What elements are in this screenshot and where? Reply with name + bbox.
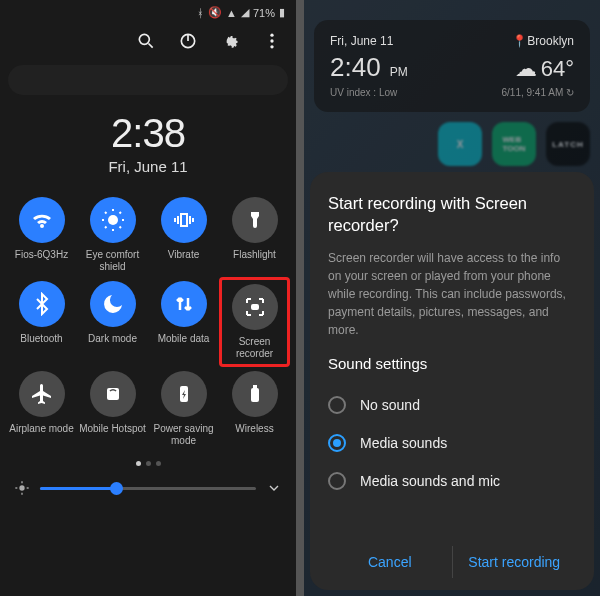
clock-block: 2:38 Fri, June 11 [0, 99, 296, 197]
svg-point-6 [270, 45, 273, 48]
radio-label: Media sounds and mic [360, 473, 500, 489]
radio-label: No sound [360, 397, 420, 413]
weather-ampm: PM [390, 65, 408, 79]
power-icon[interactable] [178, 31, 198, 51]
clock-date: Fri, June 11 [0, 158, 296, 175]
tile-label: Eye comfort shield [79, 249, 146, 273]
page-indicator [0, 447, 296, 472]
svg-line-1 [149, 44, 153, 48]
tile-wifi: Fios-6Q3Hz [8, 197, 75, 273]
tile-airplane: Airplane mode [8, 371, 75, 447]
app-icon: LATCH [546, 122, 590, 166]
powersave-icon[interactable] [161, 371, 207, 417]
brightness-row [0, 472, 296, 504]
svg-rect-19 [251, 388, 259, 402]
svg-point-0 [139, 34, 149, 44]
notification-placeholder [8, 65, 288, 95]
flashlight-icon[interactable] [232, 197, 278, 243]
wifi-status-icon: ▲ [226, 7, 237, 19]
eyecomfort-icon[interactable] [90, 197, 136, 243]
wireless-icon[interactable] [232, 371, 278, 417]
sound-option-none[interactable]: No sound [328, 386, 576, 424]
cloud-icon: ☁ [515, 56, 537, 82]
tile-wireless: Wireless [221, 371, 288, 447]
more-icon[interactable] [262, 31, 282, 51]
start-recording-button[interactable]: Start recording [453, 546, 577, 578]
hotspot-icon[interactable] [90, 371, 136, 417]
radio-icon [328, 396, 346, 414]
tile-label: Dark mode [88, 333, 137, 357]
svg-rect-20 [253, 385, 257, 388]
radio-label: Media sounds [360, 435, 447, 451]
svg-point-5 [270, 39, 273, 42]
sound-settings-title: Sound settings [328, 355, 576, 372]
brightness-icon [14, 480, 30, 496]
radio-icon [328, 434, 346, 452]
weather-temp: 64° [541, 56, 574, 82]
svg-rect-16 [252, 305, 258, 309]
airplane-icon[interactable] [19, 371, 65, 417]
weather-time: 2:40 [330, 52, 381, 82]
tile-label: Fios-6Q3Hz [15, 249, 68, 273]
vibrate-icon[interactable] [161, 197, 207, 243]
tile-mobiledata: Mobile data [150, 281, 217, 363]
search-icon[interactable] [136, 31, 156, 51]
tile-label: Airplane mode [9, 423, 73, 447]
mobiledata-icon[interactable] [161, 281, 207, 327]
dialog-title: Start recording with Screen recorder? [328, 192, 576, 237]
svg-point-4 [270, 34, 273, 37]
tile-label: Screen recorder [224, 336, 285, 360]
tile-label: Flashlight [233, 249, 276, 273]
weather-date: Fri, June 11 [330, 34, 393, 48]
top-action-row [0, 25, 296, 61]
wifi-icon[interactable] [19, 197, 65, 243]
page-dot [136, 461, 141, 466]
weather-location: Brooklyn [527, 34, 574, 48]
sound-option-mic[interactable]: Media sounds and mic [328, 462, 576, 500]
home-app-row: X WEBTOON LATCH [304, 120, 600, 178]
tile-vibrate: Vibrate [150, 197, 217, 273]
signal-status-icon: ◢ [241, 6, 249, 19]
dialog-body: Screen recorder will have access to the … [328, 249, 576, 339]
sound-options: No soundMedia soundsMedia sounds and mic [328, 386, 576, 500]
tile-label: Vibrate [168, 249, 200, 273]
cancel-button[interactable]: Cancel [328, 546, 452, 578]
tile-label: Power saving mode [150, 423, 217, 447]
svg-line-14 [105, 227, 107, 229]
battery-percent: 71% [253, 7, 275, 19]
tile-flashlight: Flashlight [221, 197, 288, 273]
darkmode-icon[interactable] [90, 281, 136, 327]
weather-uv: UV index : Low [330, 87, 397, 98]
svg-line-10 [105, 212, 107, 214]
tile-label: Wireless [235, 423, 273, 447]
tile-label: Mobile Hotspot [79, 423, 146, 447]
app-icon: WEBTOON [492, 122, 536, 166]
tile-darkmode: Dark mode [79, 281, 146, 363]
page-dot [156, 461, 161, 466]
svg-point-21 [19, 485, 24, 490]
svg-line-11 [119, 227, 121, 229]
brightness-slider[interactable] [40, 487, 256, 490]
tile-powersave: Power saving mode [150, 371, 217, 447]
tiles-grid: Fios-6Q3HzEye comfort shieldVibrateFlash… [0, 197, 296, 447]
tile-bluetooth: Bluetooth [8, 281, 75, 363]
svg-line-15 [119, 212, 121, 214]
screenrec-icon[interactable] [232, 284, 278, 330]
dialog-actions: Cancel Start recording [328, 534, 576, 578]
settings-gear-icon[interactable] [220, 31, 240, 51]
weather-widget: Fri, June 11 📍Brooklyn 2:40 PM ☁64° UV i… [314, 20, 590, 112]
battery-status-icon: ▮ [279, 6, 285, 19]
bluetooth-icon[interactable] [19, 281, 65, 327]
svg-point-7 [108, 215, 118, 225]
sound-option-media[interactable]: Media sounds [328, 424, 576, 462]
tile-hotspot: Mobile Hotspot [79, 371, 146, 447]
tile-label: Bluetooth [20, 333, 62, 357]
radio-icon [328, 472, 346, 490]
weather-updated: 6/11, 9:41 AM ↻ [502, 87, 575, 98]
mute-status-icon: 🔇 [208, 6, 222, 19]
expand-chevron-icon[interactable] [266, 480, 282, 496]
status-bar: ᚼ 🔇 ▲ ◢ 71% ▮ [0, 0, 296, 25]
tile-label: Mobile data [158, 333, 210, 357]
bluetooth-status-icon: ᚼ [197, 7, 204, 19]
app-icon: X [438, 122, 482, 166]
